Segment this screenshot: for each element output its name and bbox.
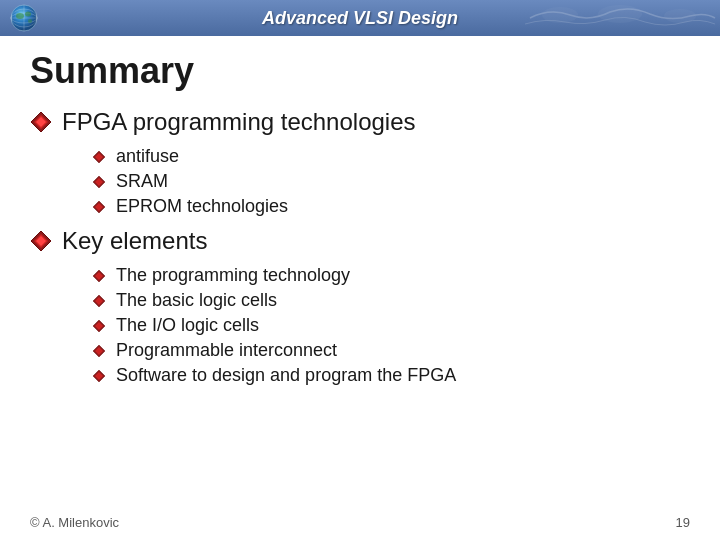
diamond-sub-icon-2: [92, 175, 106, 189]
software-label: Software to design and program the FPGA: [116, 365, 456, 386]
sub-bullet-software: Software to design and program the FPGA: [92, 365, 690, 386]
sub-bullet-io-logic: The I/O logic cells: [92, 315, 690, 336]
sram-label: SRAM: [116, 171, 168, 192]
sub-bullet-eprom: EPROM technologies: [92, 196, 690, 217]
svg-point-10: [664, 9, 696, 23]
header-title: Advanced VLSI Design: [262, 8, 458, 29]
footer-page-number: 19: [676, 515, 690, 530]
sub-bullet-antifuse: antifuse: [92, 146, 690, 167]
diamond-sub-icon-3: [92, 200, 106, 214]
svg-point-7: [28, 19, 32, 23]
globe-icon: [10, 4, 38, 32]
main-content: Summary FPGA programming technologies an…: [0, 36, 720, 406]
antifuse-label: antifuse: [116, 146, 179, 167]
diamond-sub-icon-8: [92, 369, 106, 383]
fpga-label: FPGA programming technologies: [62, 108, 416, 136]
prog-tech-label: The programming technology: [116, 265, 350, 286]
svg-point-5: [16, 13, 24, 19]
sub-bullet-interconnect: Programmable interconnect: [92, 340, 690, 361]
bullet-fpga: FPGA programming technologies: [30, 108, 690, 136]
diamond-sub-icon-7: [92, 344, 106, 358]
footer: © A. Milenkovic 19: [0, 515, 720, 530]
header-map-decoration: [520, 0, 720, 36]
diamond-sub-icon-5: [92, 294, 106, 308]
page-title: Summary: [30, 50, 690, 92]
svg-point-6: [25, 12, 31, 17]
key-elements-label: Key elements: [62, 227, 207, 255]
diamond-bullet-icon-2: [30, 230, 52, 252]
interconnect-label: Programmable interconnect: [116, 340, 337, 361]
sub-bullet-sram: SRAM: [92, 171, 690, 192]
diamond-bullet-icon-1: [30, 111, 52, 133]
diamond-sub-icon-1: [92, 150, 106, 164]
eprom-label: EPROM technologies: [116, 196, 288, 217]
sub-bullet-prog-tech: The programming technology: [92, 265, 690, 286]
svg-point-8: [542, 7, 578, 23]
bullet-key: Key elements: [30, 227, 690, 255]
basic-logic-label: The basic logic cells: [116, 290, 277, 311]
header-bar: Advanced VLSI Design: [0, 0, 720, 36]
fpga-sub-bullets: antifuse SRAM EPROM technologies: [92, 146, 690, 217]
io-logic-label: The I/O logic cells: [116, 315, 259, 336]
key-sub-bullets: The programming technology The basic log…: [92, 265, 690, 386]
diamond-sub-icon-6: [92, 319, 106, 333]
footer-credit: © A. Milenkovic: [30, 515, 119, 530]
sub-bullet-basic-logic: The basic logic cells: [92, 290, 690, 311]
diamond-sub-icon-4: [92, 269, 106, 283]
svg-point-9: [598, 5, 642, 23]
